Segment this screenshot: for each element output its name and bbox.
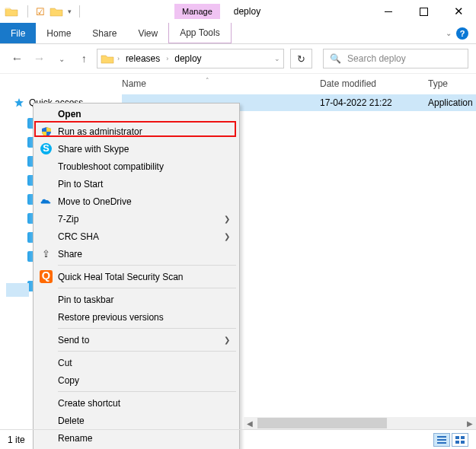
status-bar: 1 ite — [0, 429, 476, 449]
quickheal-icon: Q — [40, 270, 53, 283]
separator — [58, 328, 236, 329]
window-controls: ✕ — [371, 0, 476, 23]
file-date: 17-04-2022 21:22 — [320, 97, 428, 108]
status-item-count: 1 ite — [8, 435, 25, 445]
address-bar[interactable]: › releases › deploy ⌄ — [97, 49, 284, 68]
chevron-right-icon: ❯ — [224, 215, 230, 223]
scroll-right-icon[interactable]: ▶ — [464, 417, 476, 429]
refresh-button[interactable]: ↻ — [290, 49, 312, 68]
cm-share[interactable]: ⇪ Share — [35, 245, 238, 263]
tab-app-tools[interactable]: App Tools — [168, 23, 231, 43]
cm-run-as-admin[interactable]: Run as administrator — [35, 123, 238, 140]
title-bar-left: ☑ ▾ — [0, 5, 83, 18]
up-button[interactable]: ↑ — [75, 49, 94, 68]
separator — [58, 288, 236, 288]
shield-icon — [40, 125, 53, 138]
help-button[interactable]: ? — [456, 27, 468, 40]
folder-icon — [101, 53, 114, 64]
context-menu: Open Run as administrator S Share with S… — [33, 103, 240, 449]
tab-share[interactable]: Share — [81, 23, 127, 43]
nav-selection-highlight — [6, 283, 29, 297]
cm-create-shortcut[interactable]: Create shortcut — [35, 394, 238, 412]
scrollbar-thumb[interactable] — [257, 418, 387, 428]
chevron-down-icon[interactable]: ⌄ — [274, 55, 280, 62]
svg-rect-8 — [461, 436, 465, 439]
cm-troubleshoot[interactable]: Troubleshoot compatibility — [35, 158, 238, 175]
breadcrumb-segment[interactable]: releases — [123, 53, 163, 64]
sort-ascending-icon: ˄ — [206, 77, 209, 84]
maximize-button[interactable] — [406, 0, 441, 23]
folder-icon[interactable] — [50, 6, 63, 17]
chevron-right-icon[interactable]: › — [116, 55, 121, 62]
checkbox-icon[interactable]: ☑ — [36, 6, 45, 18]
svg-rect-5 — [437, 439, 446, 441]
svg-rect-9 — [455, 441, 459, 444]
view-mode-toggles — [433, 433, 468, 447]
star-icon — [14, 97, 24, 108]
thumbnails-view-button[interactable] — [452, 433, 468, 447]
cm-pin-taskbar[interactable]: Pin to taskbar — [35, 291, 238, 308]
cm-7zip[interactable]: 7-Zip❯ — [35, 210, 238, 228]
folder-icon — [5, 6, 18, 17]
window-title: deploy — [234, 6, 260, 17]
cm-cut[interactable]: Cut — [35, 354, 238, 371]
details-view-button[interactable] — [433, 433, 450, 447]
tab-file[interactable]: File — [0, 23, 36, 43]
cm-open[interactable]: Open — [35, 105, 238, 123]
search-input[interactable] — [347, 53, 462, 64]
separator — [58, 391, 236, 392]
share-icon: ⇪ — [40, 247, 53, 260]
recent-locations-icon[interactable]: ⌄ — [52, 49, 71, 68]
cm-crc-sha[interactable]: CRC SHA❯ — [35, 228, 238, 245]
search-icon: 🔍 — [330, 53, 341, 64]
cm-share-skype[interactable]: S Share with Skype — [35, 140, 238, 158]
column-header-type[interactable]: Type — [428, 78, 476, 89]
svg-rect-10 — [461, 441, 465, 444]
svg-rect-6 — [437, 442, 446, 444]
column-header-name[interactable]: Name ˄ — [122, 78, 320, 89]
separator — [58, 265, 236, 266]
svg-rect-7 — [455, 436, 459, 439]
search-box[interactable]: 🔍 — [323, 49, 468, 68]
cm-quickheal[interactable]: Q Quick Heal Total Security Scan — [35, 268, 238, 285]
cm-copy[interactable]: Copy — [35, 371, 238, 389]
cm-delete[interactable]: Delete — [35, 412, 238, 429]
cm-move-onedrive[interactable]: Move to OneDrive — [35, 193, 238, 210]
svg-text:Q: Q — [42, 270, 50, 282]
qat-dropdown-icon[interactable]: ▾ — [68, 8, 72, 15]
back-button[interactable]: ← — [8, 49, 27, 68]
minimize-button[interactable] — [371, 0, 406, 23]
column-headers: Name ˄ Date modified Type — [0, 73, 476, 93]
horizontal-scrollbar[interactable]: ◀ ▶ — [244, 417, 476, 429]
svg-rect-4 — [437, 436, 446, 438]
separator — [58, 351, 236, 352]
chevron-right-icon[interactable]: › — [165, 55, 170, 62]
chevron-right-icon: ❯ — [224, 232, 230, 240]
ribbon-tabs: File Home Share View App Tools ⌄ ? — [0, 23, 476, 44]
address-bar-row: ← → ⌄ ↑ › releases › deploy ⌄ ↻ 🔍 — [0, 44, 476, 73]
forward-button: → — [30, 49, 49, 68]
cm-restore-previous[interactable]: Restore previous versions — [35, 308, 238, 326]
cm-send-to[interactable]: Send to❯ — [35, 331, 238, 349]
chevron-right-icon: ❯ — [224, 336, 230, 344]
title-bar: ☑ ▾ Manage deploy ✕ — [0, 0, 476, 23]
ribbon-collapse-icon[interactable]: ⌄ — [446, 29, 452, 37]
scroll-left-icon[interactable]: ◀ — [244, 417, 256, 429]
close-button[interactable]: ✕ — [441, 0, 476, 23]
ribbon-context-tab[interactable]: Manage — [174, 4, 220, 19]
cm-pin-start[interactable]: Pin to Start — [35, 175, 238, 193]
tab-view[interactable]: View — [127, 23, 168, 43]
svg-text:S: S — [43, 142, 50, 154]
skype-icon: S — [40, 142, 53, 155]
file-type: Application — [428, 97, 473, 108]
quick-access-toolbar: ☑ ▾ — [24, 5, 83, 18]
column-header-date[interactable]: Date modified — [320, 78, 428, 89]
tab-home[interactable]: Home — [36, 23, 81, 43]
onedrive-icon — [40, 195, 53, 208]
breadcrumb-segment[interactable]: deploy — [171, 53, 204, 64]
